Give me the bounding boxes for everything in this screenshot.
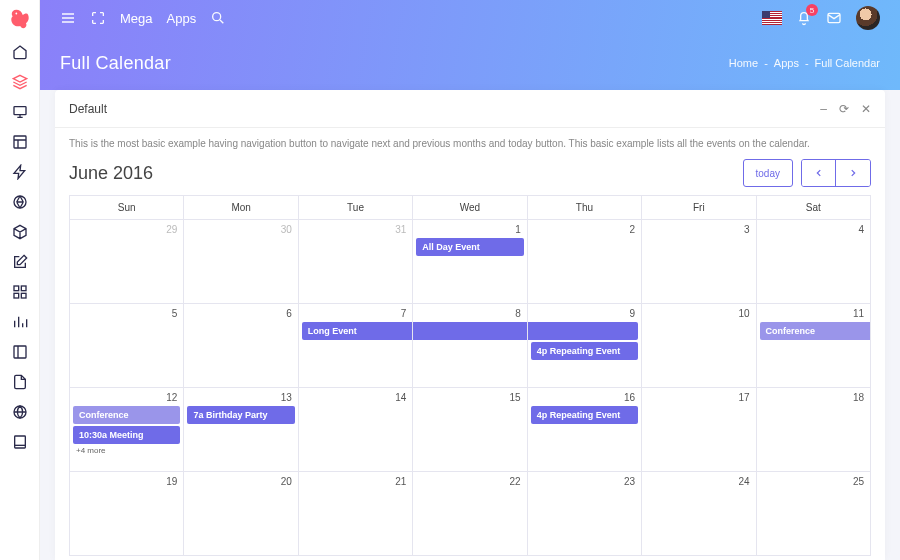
calendar-cell[interactable]: 31 bbox=[298, 220, 412, 304]
calendar-cell[interactable]: 22 bbox=[413, 472, 527, 556]
breadcrumb-current: Full Calendar bbox=[815, 57, 880, 69]
svg-rect-6 bbox=[21, 293, 26, 298]
calendar-cell[interactable]: 14 bbox=[298, 388, 412, 472]
calendar-cell[interactable]: 18 bbox=[756, 388, 870, 472]
next-month-button[interactable] bbox=[836, 160, 870, 186]
box-icon[interactable] bbox=[12, 224, 28, 240]
home-icon[interactable] bbox=[12, 44, 28, 60]
day-number: 8 bbox=[515, 308, 521, 319]
flag-us-icon[interactable] bbox=[762, 11, 782, 25]
calendar-cell[interactable]: 3 bbox=[642, 220, 756, 304]
calendar-cell[interactable]: 5 bbox=[70, 304, 184, 388]
breadcrumb-home[interactable]: Home bbox=[729, 57, 758, 69]
notification-badge: 5 bbox=[806, 4, 818, 16]
calendar-event[interactable]: 4p Repeating Event bbox=[531, 342, 638, 360]
calendar-cell[interactable]: 21 bbox=[298, 472, 412, 556]
side-rail bbox=[0, 0, 40, 560]
day-number: 12 bbox=[166, 392, 177, 403]
card-description: This is the most basic example having na… bbox=[69, 138, 871, 149]
calendar-event[interactable]: 7a Birthday Party bbox=[187, 406, 294, 424]
sidebar-icon[interactable] bbox=[12, 344, 28, 360]
day-number: 24 bbox=[738, 476, 749, 487]
calendar-cell[interactable]: 8Long Event bbox=[413, 304, 527, 388]
day-header: Mon bbox=[184, 196, 298, 220]
calendar-cell[interactable]: 7Long Event bbox=[298, 304, 412, 388]
day-number: 30 bbox=[281, 224, 292, 235]
minimize-icon[interactable]: – bbox=[820, 102, 827, 116]
calendar-event[interactable]: Long Event bbox=[302, 322, 412, 340]
aperture-icon[interactable] bbox=[12, 194, 28, 210]
day-number: 19 bbox=[166, 476, 177, 487]
calendar-cell[interactable]: 23 bbox=[527, 472, 641, 556]
avatar[interactable] bbox=[856, 6, 880, 30]
calendar-cell[interactable]: 17 bbox=[642, 388, 756, 472]
calendar-grid: SunMonTueWedThuFriSat 2930311All Day Eve… bbox=[69, 195, 871, 556]
zap-icon[interactable] bbox=[12, 164, 28, 180]
day-header: Thu bbox=[527, 196, 641, 220]
grid-icon[interactable] bbox=[12, 284, 28, 300]
day-header: Sun bbox=[70, 196, 184, 220]
calendar-cell[interactable]: 12Conference10:30a Meeting+4 more bbox=[70, 388, 184, 472]
close-icon[interactable]: ✕ bbox=[861, 102, 871, 116]
file-icon[interactable] bbox=[12, 374, 28, 390]
calendar-cell[interactable]: 15 bbox=[413, 388, 527, 472]
calendar-event[interactable]: Long Event bbox=[413, 322, 526, 340]
bar-chart-icon[interactable] bbox=[12, 314, 28, 330]
header: Mega Apps 5 Full Calendar Home - Apps - … bbox=[40, 0, 900, 90]
book-icon[interactable] bbox=[12, 434, 28, 450]
mail-icon[interactable] bbox=[826, 10, 842, 26]
calendar-month-title: June 2016 bbox=[69, 163, 153, 184]
calendar-event[interactable]: 10:30a Meeting bbox=[73, 426, 180, 444]
calendar-cell[interactable]: 1All Day Event bbox=[413, 220, 527, 304]
bell-icon[interactable]: 5 bbox=[796, 10, 812, 26]
calendar-cell[interactable]: 30 bbox=[184, 220, 298, 304]
calendar-cell[interactable]: 137a Birthday Party bbox=[184, 388, 298, 472]
svg-point-10 bbox=[213, 13, 221, 21]
calendar-event[interactable]: All Day Event bbox=[416, 238, 523, 256]
calendar-cell[interactable]: 29 bbox=[70, 220, 184, 304]
monitor-icon[interactable] bbox=[12, 104, 28, 120]
day-number: 18 bbox=[853, 392, 864, 403]
day-header: Sat bbox=[756, 196, 870, 220]
calendar-card: Default – ⟳ ✕ This is the most basic exa… bbox=[55, 90, 885, 560]
logo-icon[interactable] bbox=[9, 8, 31, 30]
today-button[interactable]: today bbox=[743, 159, 793, 187]
calendar-cell[interactable]: 4 bbox=[756, 220, 870, 304]
calendar-cell[interactable]: 11Conference bbox=[756, 304, 870, 388]
edit-icon[interactable] bbox=[12, 254, 28, 270]
calendar-event[interactable]: Long Event bbox=[528, 322, 638, 340]
day-number: 23 bbox=[624, 476, 635, 487]
calendar-cell[interactable]: 9Long Event4p Repeating Event bbox=[527, 304, 641, 388]
search-icon[interactable] bbox=[210, 10, 226, 26]
calendar-cell[interactable]: 25 bbox=[756, 472, 870, 556]
nav-mega[interactable]: Mega bbox=[120, 11, 153, 26]
maximize-icon[interactable] bbox=[90, 10, 106, 26]
day-number: 5 bbox=[172, 308, 178, 319]
menu-icon[interactable] bbox=[60, 10, 76, 26]
calendar-cell[interactable]: 6 bbox=[184, 304, 298, 388]
day-number: 16 bbox=[624, 392, 635, 403]
globe-icon[interactable] bbox=[12, 404, 28, 420]
breadcrumb-apps[interactable]: Apps bbox=[774, 57, 799, 69]
prev-month-button[interactable] bbox=[802, 160, 836, 186]
day-number: 20 bbox=[281, 476, 292, 487]
layers-icon[interactable] bbox=[12, 74, 28, 90]
calendar-cell[interactable]: 2 bbox=[527, 220, 641, 304]
calendar-cell[interactable]: 20 bbox=[184, 472, 298, 556]
breadcrumb: Home - Apps - Full Calendar bbox=[729, 57, 880, 69]
calendar-cell[interactable]: 24 bbox=[642, 472, 756, 556]
svg-rect-9 bbox=[14, 436, 25, 448]
calendar-cell[interactable]: 164p Repeating Event bbox=[527, 388, 641, 472]
svg-rect-3 bbox=[14, 286, 19, 291]
layout-icon[interactable] bbox=[12, 134, 28, 150]
day-number: 2 bbox=[630, 224, 636, 235]
calendar-cell[interactable]: 10 bbox=[642, 304, 756, 388]
calendar-cell[interactable]: 19 bbox=[70, 472, 184, 556]
svg-rect-1 bbox=[14, 136, 26, 148]
nav-apps[interactable]: Apps bbox=[167, 11, 197, 26]
calendar-event[interactable]: 4p Repeating Event bbox=[531, 406, 638, 424]
more-events-link[interactable]: +4 more bbox=[76, 446, 177, 455]
calendar-event[interactable]: Conference bbox=[73, 406, 180, 424]
refresh-icon[interactable]: ⟳ bbox=[839, 102, 849, 116]
calendar-event[interactable]: Conference bbox=[760, 322, 870, 340]
